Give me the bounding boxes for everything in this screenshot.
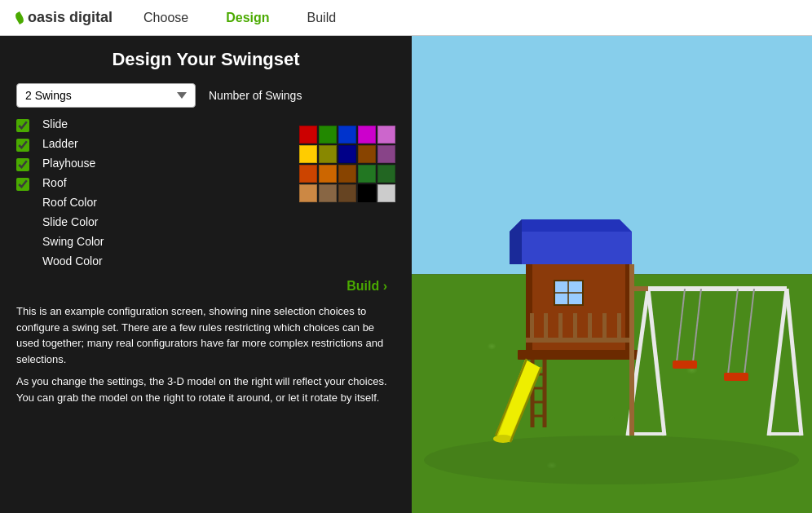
slide-checkbox-item: [16, 119, 29, 132]
ladder-label: Ladder: [42, 137, 104, 150]
svg-rect-18: [617, 313, 621, 343]
wood-color-label: Wood Color: [42, 254, 104, 268]
svg-marker-5: [510, 219, 522, 264]
slide-color-label: Slide Color: [42, 215, 104, 228]
playhouse-label: Playhouse: [42, 157, 104, 170]
3d-view-panel[interactable]: [412, 36, 812, 513]
header: oasis digital Choose Design Build: [0, 0, 812, 36]
color-swatch-yellow[interactable]: [299, 145, 317, 163]
svg-rect-2: [518, 350, 640, 360]
build-button[interactable]: Build ›: [346, 279, 387, 294]
svg-rect-14: [558, 313, 563, 343]
logo-text: oasis digital: [28, 9, 113, 26]
color-swatch-green[interactable]: [319, 126, 337, 144]
logo: oasis digital: [16, 9, 113, 26]
nav-choose[interactable]: Choose: [137, 7, 195, 29]
color-swatch-olive[interactable]: [319, 145, 337, 163]
color-swatch-brown[interactable]: [358, 145, 376, 163]
svg-rect-13: [544, 313, 548, 343]
color-swatch-darkorange[interactable]: [319, 165, 337, 183]
svg-line-39: [677, 289, 685, 362]
svg-rect-17: [602, 313, 607, 343]
svg-line-34: [648, 289, 664, 436]
swing-color-label: Swing Color: [42, 235, 104, 248]
playhouse-checkbox-item: [16, 158, 29, 171]
svg-rect-41: [673, 360, 697, 369]
roof-checkbox[interactable]: [16, 178, 29, 191]
slide-checkbox[interactable]: [16, 119, 29, 132]
color-grid: [299, 126, 395, 202]
panel-title: Design Your Swingset: [16, 49, 395, 70]
color-swatch-purple[interactable]: [377, 145, 395, 163]
svg-rect-11: [526, 338, 632, 343]
color-swatch-pink[interactable]: [377, 126, 395, 144]
swing-count-row: 2 Swings 1 Swing 3 Swings 4 Swings Numbe…: [16, 83, 395, 268]
svg-point-0: [424, 436, 799, 484]
description-1: This is an example configuration screen,…: [16, 303, 395, 367]
svg-marker-3: [510, 232, 632, 264]
svg-line-37: [787, 289, 801, 436]
svg-marker-4: [510, 219, 632, 232]
svg-rect-12: [530, 313, 534, 343]
swingset-scene[interactable]: [412, 36, 812, 513]
svg-line-36: [769, 289, 787, 436]
color-swatch-navy[interactable]: [338, 145, 356, 163]
color-swatch-blue[interactable]: [338, 126, 356, 144]
color-swatch-lightgray[interactable]: [377, 184, 395, 202]
color-swatch-orange[interactable]: [299, 165, 317, 183]
svg-line-43: [744, 289, 754, 374]
color-swatch-forestgreen[interactable]: [377, 165, 395, 183]
playhouse-checkbox[interactable]: [16, 158, 29, 171]
swings-dropdown[interactable]: 2 Swings 1 Swing 3 Swings 4 Swings: [16, 83, 196, 108]
build-row: Build ›: [16, 279, 395, 294]
checkboxes-column: [16, 117, 29, 191]
svg-line-40: [693, 289, 701, 362]
roof-checkbox-item: [16, 178, 29, 191]
color-swatch-darkgreen[interactable]: [358, 165, 376, 183]
color-swatch-black[interactable]: [358, 184, 376, 202]
color-swatch-red[interactable]: [299, 126, 317, 144]
roof-label: Roof: [42, 176, 104, 189]
main-content: Design Your Swingset 2 Swings 1 Swing 3 …: [0, 36, 812, 513]
svg-rect-44: [724, 373, 748, 381]
color-swatch-sienna[interactable]: [319, 184, 337, 202]
design-panel: Design Your Swingset 2 Swings 1 Swing 3 …: [0, 36, 412, 513]
slide-label: Slide: [42, 117, 104, 130]
nav-build[interactable]: Build: [301, 7, 343, 29]
color-swatch-umber[interactable]: [338, 184, 356, 202]
svg-rect-15: [573, 313, 577, 343]
logo-leaf-icon: [14, 11, 25, 24]
svg-rect-16: [588, 313, 592, 343]
number-of-swings-label: Number of Swings: [209, 89, 302, 102]
svg-line-42: [728, 289, 738, 374]
color-swatches-container: [299, 117, 395, 202]
roof-color-label: Roof Color: [42, 196, 104, 209]
option-labels: Slide Ladder Playhouse Roof Roof Color S…: [42, 117, 104, 268]
ladder-checkbox[interactable]: [16, 139, 29, 152]
color-swatch-magenta[interactable]: [358, 126, 376, 144]
nav-design[interactable]: Design: [219, 7, 276, 29]
color-swatch-tan[interactable]: [299, 184, 317, 202]
ladder-checkbox-item: [16, 139, 29, 152]
description-2: As you change the settings, the 3-D mode…: [16, 374, 395, 405]
color-swatch-darkbrown[interactable]: [338, 165, 356, 183]
